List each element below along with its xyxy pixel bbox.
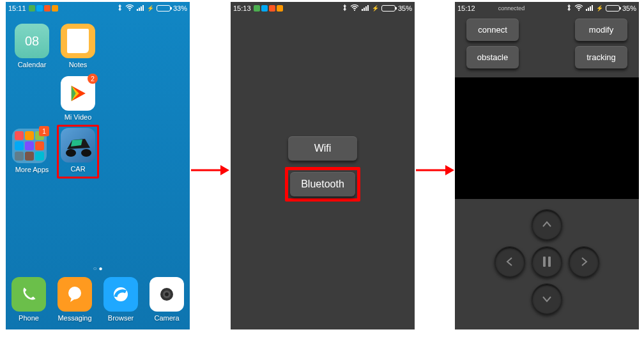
- dpad: [455, 199, 639, 327]
- connect-button[interactable]: connect: [466, 19, 519, 41]
- bluetooth-icon: [342, 4, 348, 13]
- app-label: Browser: [103, 314, 138, 322]
- charging-icon: ⚡: [596, 5, 603, 12]
- home-grid: 08 Calendar Notes 2 Mi Video 1 Mo: [6, 15, 190, 329]
- app-label: Calendar: [15, 61, 49, 68]
- phone-home-screen: 15:11 ⚡ 33% 08 Calendar: [6, 2, 190, 329]
- svg-point-9: [81, 149, 91, 157]
- signal-icon: [586, 4, 594, 12]
- charging-icon: ⚡: [147, 5, 154, 12]
- dpad-pause[interactable]: [532, 246, 562, 277]
- wifi-icon: [574, 4, 583, 12]
- svg-rect-20: [364, 8, 365, 11]
- app-label: Messaging: [57, 314, 92, 322]
- status-bar: 15:13 ⚡ 35%: [231, 2, 415, 15]
- wifi-icon: [350, 4, 359, 12]
- dock-camera[interactable]: Camera: [150, 277, 184, 322]
- mivideo-icon: 2: [61, 76, 95, 111]
- arrow-icon: [191, 163, 229, 178]
- svg-rect-4: [142, 5, 144, 11]
- app-label: Notes: [61, 61, 95, 68]
- browser-icon: [103, 277, 138, 312]
- app-car[interactable]: CAR: [61, 128, 95, 173]
- status-notification-icons: [29, 5, 58, 12]
- svg-rect-29: [592, 5, 593, 11]
- charging-icon: ⚡: [372, 5, 379, 12]
- svg-rect-2: [139, 8, 140, 11]
- badge: 1: [39, 126, 49, 136]
- status-notification-icons: [254, 5, 283, 12]
- app-label: Phone: [12, 314, 46, 322]
- dock-browser[interactable]: Browser: [103, 277, 138, 322]
- app-label: CAR: [61, 165, 95, 173]
- calendar-icon: 08: [15, 24, 49, 58]
- dock-messaging[interactable]: Messaging: [57, 277, 92, 322]
- folder-moreapps[interactable]: 1 More Apps: [12, 129, 52, 173]
- highlight-bluetooth: Bluetooth: [285, 167, 360, 202]
- svg-marker-17: [220, 165, 229, 175]
- svg-point-15: [165, 292, 169, 296]
- svg-rect-19: [362, 9, 363, 11]
- svg-marker-24: [445, 165, 454, 175]
- highlight-car: CAR: [57, 125, 99, 178]
- battery-icon: [157, 5, 171, 12]
- dock: Phone Messaging Browser Camera: [6, 274, 190, 329]
- status-time: 15:12: [457, 4, 475, 12]
- battery-pct: 35%: [622, 4, 636, 12]
- dpad-down[interactable]: [532, 283, 562, 314]
- obstacle-button[interactable]: obstacle: [466, 46, 519, 68]
- status-connected: connected: [498, 5, 525, 12]
- tracking-button[interactable]: tracking: [575, 46, 627, 68]
- messaging-icon: [57, 277, 92, 312]
- battery-icon: [606, 5, 620, 12]
- dpad-right[interactable]: [569, 246, 599, 277]
- svg-point-8: [66, 149, 76, 157]
- status-bar: 15:11 ⚡ 33%: [6, 2, 190, 15]
- svg-rect-27: [588, 8, 589, 11]
- app-notes[interactable]: Notes: [61, 24, 95, 68]
- app-calendar[interactable]: 08 Calendar: [15, 24, 49, 68]
- bluetooth-icon: [117, 4, 123, 13]
- folder-icon: 1: [12, 129, 47, 163]
- arrow-icon: [416, 163, 454, 178]
- svg-rect-1: [137, 9, 138, 11]
- svg-rect-3: [141, 6, 142, 11]
- page-indicator: ○ ●: [6, 265, 190, 272]
- signal-icon: [362, 4, 369, 12]
- svg-point-25: [578, 10, 579, 11]
- svg-point-0: [129, 10, 130, 11]
- battery-pct: 35%: [398, 4, 412, 12]
- status-time: 15:13: [233, 4, 251, 12]
- dpad-up[interactable]: [532, 209, 562, 240]
- camera-icon: [150, 277, 184, 312]
- notes-icon: [61, 24, 95, 58]
- phone-icon: [12, 277, 46, 312]
- dock-phone[interactable]: Phone: [12, 277, 46, 322]
- signal-icon: [137, 4, 144, 12]
- svg-rect-28: [590, 6, 591, 11]
- svg-point-18: [354, 10, 355, 11]
- svg-rect-21: [365, 6, 367, 11]
- status-time: 15:11: [8, 4, 26, 12]
- svg-point-10: [68, 287, 81, 299]
- svg-rect-22: [367, 5, 369, 11]
- phone-connect-screen: 15:13 ⚡ 35% Wifi Bluetooth: [231, 2, 415, 329]
- svg-rect-26: [586, 9, 587, 11]
- bluetooth-icon: [566, 4, 572, 13]
- badge: 2: [88, 74, 98, 84]
- app-label: More Apps: [12, 166, 52, 173]
- battery-pct: 33%: [173, 4, 187, 12]
- phone-control-screen: 15:12 connected ⚡ 35% connect modify obs…: [455, 2, 639, 329]
- dpad-left[interactable]: [494, 246, 525, 277]
- modify-button[interactable]: modify: [575, 19, 627, 41]
- app-label: Camera: [150, 314, 184, 322]
- wifi-button[interactable]: Wifi: [288, 136, 357, 161]
- app-label: Mi Video: [61, 113, 95, 121]
- status-bar: 15:12 connected ⚡ 35%: [455, 2, 639, 15]
- car-icon: [61, 128, 95, 163]
- battery-icon: [381, 5, 395, 12]
- app-mivideo[interactable]: 2 Mi Video: [61, 76, 95, 121]
- bluetooth-button[interactable]: Bluetooth: [290, 172, 355, 196]
- wifi-icon: [125, 4, 134, 12]
- video-viewport: [455, 77, 639, 199]
